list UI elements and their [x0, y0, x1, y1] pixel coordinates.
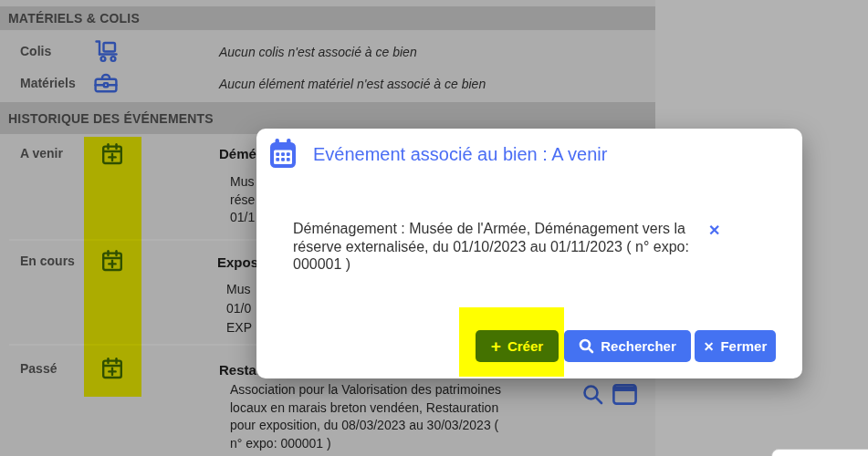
calendar-icon	[269, 139, 297, 170]
create-button[interactable]: + Créer	[476, 330, 559, 362]
event-modal: Evénement associé au bien : A venir Démé…	[256, 129, 802, 378]
search-button-label: Rechercher	[601, 338, 676, 354]
create-button-label: Créer	[507, 338, 543, 354]
search-button[interactable]: Rechercher	[564, 330, 691, 362]
search-icon	[579, 338, 594, 354]
modal-title: Evénement associé au bien : A venir	[313, 144, 607, 165]
remove-criteria-icon[interactable]: ✕	[708, 223, 720, 238]
plus-icon: +	[491, 337, 501, 355]
modal-body-text: Déménagement : Musée de l'Armée, Déménag…	[293, 220, 713, 274]
screen: MATÉRIELS & COLIS Colis Aucun colis n'es…	[0, 0, 868, 456]
close-button[interactable]: ✕ Fermer	[695, 330, 776, 362]
close-icon: ✕	[704, 339, 715, 354]
bottom-right-panel-peek	[771, 449, 868, 456]
close-button-label: Fermer	[720, 338, 767, 354]
